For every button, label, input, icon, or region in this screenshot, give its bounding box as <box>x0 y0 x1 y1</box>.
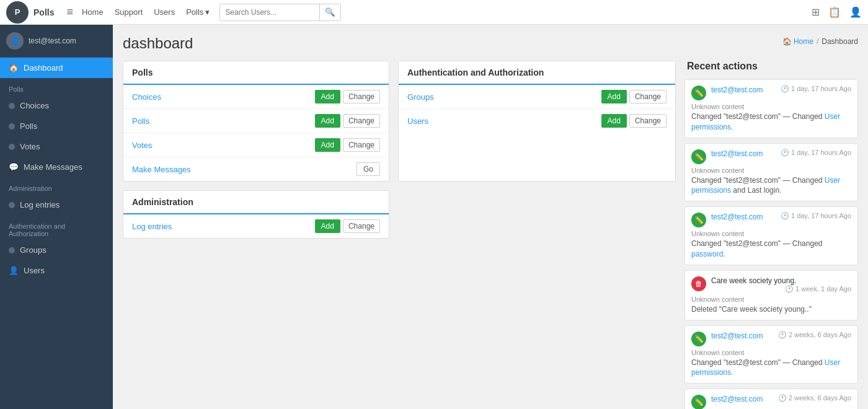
log-entries-link[interactable]: Log entries <box>132 222 315 231</box>
dot-icon <box>9 144 15 150</box>
recent-item-time: 🕐 1 day, 17 hours Ago <box>781 85 851 93</box>
table-row: Make Messages Go <box>123 157 389 181</box>
recent-item-info: test2@test.com 🕐 2 weeks, 6 days Ago <box>711 331 851 340</box>
app-logo[interactable]: P <box>6 1 29 24</box>
choices-link[interactable]: Choices <box>132 92 315 102</box>
auth-card-header: Authentication and Authorization <box>399 61 675 85</box>
groups-add-button[interactable]: Add <box>601 90 627 103</box>
sidebar-item-polls[interactable]: Polls <box>0 116 113 136</box>
recent-item-info: test2@test.com 🕐 2 weeks, 6 days Ago <box>711 394 851 403</box>
sidebar-user: 👤 test@test.com <box>0 25 113 58</box>
recent-item-desc: Deleted "Care week society young.." <box>691 304 851 315</box>
log-entries-add-button[interactable]: Add <box>315 219 340 233</box>
nav-home[interactable]: Home <box>82 7 104 17</box>
recent-item-desc: Changed "test2@test.com" — Changed User … <box>691 175 851 196</box>
recent-item-time: 🕐 1 week, 1 day Ago <box>785 285 851 293</box>
nav-polls-dropdown[interactable]: Polls ▾ <box>186 7 210 17</box>
polls-card: Polls Choices Add Change Polls <box>123 61 389 182</box>
make-messages-link[interactable]: Make Messages <box>132 165 356 174</box>
recent-action-item: ✏️ test2@test.com 🕐 2 weeks, 6 days Ago … <box>684 325 858 384</box>
sidebar-item-votes[interactable]: Votes <box>0 136 113 157</box>
changed-highlight: User permissions <box>691 176 840 195</box>
avatar: 👤 <box>6 32 24 50</box>
polls-change-button[interactable]: Change <box>343 114 380 128</box>
chevron-down-icon: ▾ <box>205 7 210 17</box>
note-icon[interactable]: 📋 <box>828 6 841 18</box>
recent-item-user[interactable]: test2@test.com <box>711 213 763 221</box>
recent-action-item: ✏️ test2@test.com 🕐 1 day, 17 hours Ago … <box>684 206 858 265</box>
search-input[interactable] <box>220 8 319 17</box>
admin-card: Administration Log entries Add Change <box>123 190 389 239</box>
recent-item-content: Unknown content <box>691 103 851 110</box>
sidebar-users-label: Users <box>24 266 45 275</box>
recent-item-desc: Changed "test2@test.com" — Changed User … <box>691 358 851 379</box>
grid-icon[interactable]: ⊞ <box>812 6 820 18</box>
recent-actions-panel: Recent actions ✏️ test2@test.com 🕐 1 day… <box>684 61 858 409</box>
choices-change-button[interactable]: Change <box>343 90 380 103</box>
delete-icon: 🗑 <box>691 276 706 291</box>
sidebar-item-log-entries[interactable]: Log entries <box>0 195 113 215</box>
recent-item-header: ✏️ test2@test.com 🕐 1 day, 17 hours Ago <box>691 149 851 164</box>
breadcrumb: 🏠 Home / Dashboard <box>782 37 858 46</box>
sidebar-item-choices[interactable]: Choices <box>0 95 113 116</box>
groups-change-button[interactable]: Change <box>629 90 666 103</box>
votes-change-button[interactable]: Change <box>343 138 380 152</box>
log-entries-change-button[interactable]: Change <box>343 219 380 233</box>
choices-add-button[interactable]: Add <box>315 90 340 103</box>
recent-item-time: 🕐 2 weeks, 6 days Ago <box>778 394 851 402</box>
search-button[interactable]: 🔍 <box>319 4 340 20</box>
content-main: Polls Choices Add Change Polls <box>123 61 676 409</box>
choices-actions: Add Change <box>315 90 380 103</box>
recent-item-desc: Changed "test2@test.com" — Changed User … <box>691 112 851 133</box>
sidebar-votes-label: Votes <box>20 142 40 151</box>
polls-add-button[interactable]: Add <box>315 114 340 128</box>
sidebar-username: test@test.com <box>29 37 76 45</box>
nav-support[interactable]: Support <box>115 7 143 17</box>
sidebar-item-dashboard[interactable]: 🏠 Dashboard <box>0 58 113 78</box>
main-layout: 👤 test@test.com 🏠 Dashboard Polls Choice… <box>0 25 868 409</box>
user-icon: 👤 <box>9 266 19 275</box>
sidebar-log-entries-label: Log entries <box>20 200 60 209</box>
recent-item-user[interactable]: test2@test.com <box>711 86 763 94</box>
votes-add-button[interactable]: Add <box>315 138 340 152</box>
top-nav: P Polls ≡ Home Support Users Polls ▾ 🔍 ⊞… <box>0 0 868 25</box>
edit-icon: ✏️ <box>691 213 706 227</box>
content-area: dashboard 🏠 Home / Dashboard Polls <box>113 25 868 409</box>
recent-item-user[interactable]: test2@test.com <box>711 149 763 158</box>
make-messages-go-button[interactable]: Go <box>356 162 380 176</box>
users-add-button[interactable]: Add <box>601 114 627 128</box>
users-change-button[interactable]: Change <box>629 114 666 128</box>
user-icon[interactable]: 👤 <box>849 6 862 18</box>
groups-link[interactable]: Groups <box>407 92 601 102</box>
polls-link[interactable]: Polls <box>132 117 315 126</box>
recent-item-time: 🕐 1 day, 17 hours Ago <box>781 212 851 220</box>
edit-icon: ✏️ <box>691 332 706 346</box>
dot-icon <box>9 202 15 208</box>
recent-item-user[interactable]: test2@test.com <box>711 395 763 403</box>
sidebar-item-groups[interactable]: Groups <box>0 240 113 260</box>
polls-card-body: Choices Add Change Polls Add Ch <box>123 85 389 181</box>
recent-item-header: ✏️ test2@test.com 🕐 2 weeks, 6 days Ago <box>691 394 851 409</box>
votes-link[interactable]: Votes <box>132 141 315 150</box>
sidebar-section-admin: Administration <box>0 177 113 195</box>
recent-item-user: Care week society young. <box>711 276 796 285</box>
recent-item-info: test2@test.com 🕐 1 day, 17 hours Ago <box>711 85 851 94</box>
sidebar-item-make-messages[interactable]: 💬 Make Messages <box>0 157 113 177</box>
sidebar-groups-label: Groups <box>20 245 46 255</box>
breadcrumb-current: Dashboard <box>822 37 858 46</box>
breadcrumb-home-link[interactable]: 🏠 Home <box>782 37 813 46</box>
polls-actions: Add Change <box>315 114 380 128</box>
hamburger-icon[interactable]: ≡ <box>66 6 73 19</box>
message-icon: 💬 <box>9 162 19 172</box>
changed-highlight: password <box>691 250 723 258</box>
nav-users[interactable]: Users <box>154 7 175 17</box>
sidebar-choices-label: Choices <box>20 101 49 110</box>
admin-card-body: Log entries Add Change <box>123 214 389 238</box>
make-messages-actions: Go <box>356 162 380 176</box>
sidebar-dashboard-label: Dashboard <box>24 63 63 73</box>
users-link[interactable]: Users <box>407 117 601 126</box>
recent-action-item: ✏️ test2@test.com 🕐 1 day, 17 hours Ago … <box>684 143 858 202</box>
sidebar-item-users[interactable]: 👤 Users <box>0 260 113 281</box>
cards-top-row: Polls Choices Add Change Polls <box>123 61 676 182</box>
recent-item-user[interactable]: test2@test.com <box>711 332 763 340</box>
